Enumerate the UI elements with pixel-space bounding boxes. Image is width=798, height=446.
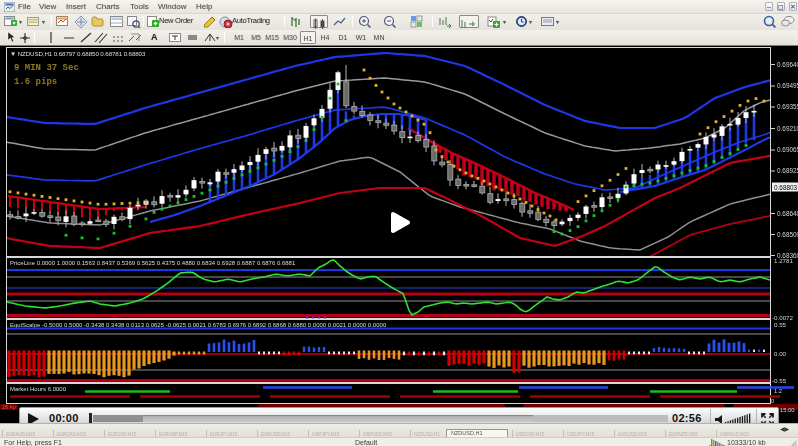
svg-text:15:00: 15:00 [780,407,795,413]
svg-text:0.69640: 0.69640 [777,61,798,68]
svg-text:0.69065: 0.69065 [777,146,798,153]
svg-text:0.69495: 0.69495 [777,82,798,89]
svg-text:1.2: 1.2 [774,388,782,394]
svg-text:0.68925: 0.68925 [777,167,798,174]
svg-text:1.6 pips: 1.6 pips [14,77,57,87]
svg-text:1.2781: 1.2781 [774,257,793,264]
svg-text:28 Ap: 28 Ap [2,404,16,410]
svg-text:▼ NZDUSD,H1 0.68797 0.68850 0: ▼ NZDUSD,H1 0.68797 0.68850 0.68781 0.68… [10,50,146,57]
svg-text:0.55: 0.55 [774,321,787,328]
svg-text:Market Hours 6.0000: Market Hours 6.0000 [10,386,67,392]
svg-text:0.68640: 0.68640 [777,210,798,217]
svg-text:0.68803: 0.68803 [774,184,798,191]
svg-text:0.68500: 0.68500 [777,231,798,238]
svg-text:9 MIN 37 Sec: 9 MIN 37 Sec [14,63,79,73]
svg-text:0.00: 0.00 [774,350,787,357]
svg-text:-0.55: -0.55 [772,377,787,384]
svg-text:0.69355: 0.69355 [777,103,798,110]
svg-text:EquiScalpe -0.5000 0.5000 -0.3: EquiScalpe -0.5000 0.5000 -0.3438 0.3438… [10,322,387,328]
svg-text:0: 0 [771,398,774,404]
svg-text:PriceLine 0.0000 1.0000 0.1563: PriceLine 0.0000 1.0000 0.1563 0.8437 0.… [10,260,296,266]
svg-text:0.69210: 0.69210 [777,125,798,132]
svg-text:-0.0072: -0.0072 [772,314,794,321]
